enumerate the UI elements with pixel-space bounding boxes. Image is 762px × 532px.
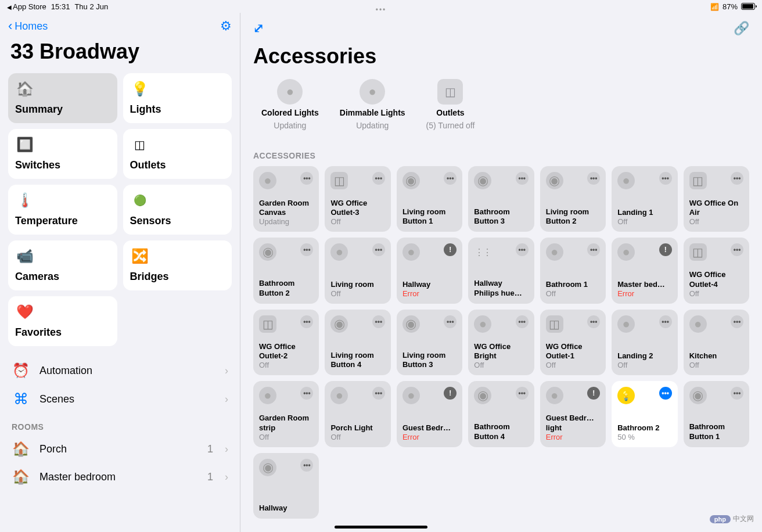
more-button[interactable]: ••• bbox=[372, 243, 385, 256]
accessory-tile[interactable]: ! Guest Bedr… light Error bbox=[540, 381, 606, 447]
bulb-icon bbox=[617, 172, 635, 189]
sidebar-tile-favorites[interactable]: Favorites bbox=[8, 296, 117, 346]
alert-icon[interactable]: ! bbox=[587, 387, 600, 400]
outlet-icon bbox=[330, 172, 348, 189]
back-homes-button[interactable]: ‹ Homes bbox=[8, 19, 48, 34]
more-button[interactable]: ••• bbox=[372, 172, 385, 185]
more-button[interactable]: ••• bbox=[731, 172, 743, 185]
more-button[interactable]: ••• bbox=[300, 459, 313, 472]
more-button[interactable]: ••• bbox=[300, 387, 313, 400]
accessory-tile[interactable]: ••• Hallway Philips hue… bbox=[468, 238, 534, 303]
accessory-tile[interactable]: ••• WG Office Outlet-3 Off bbox=[325, 166, 390, 232]
accessory-tile[interactable]: ••• Bathroom Button 1 bbox=[684, 381, 749, 447]
accessories-section-title: ACCESSORIES bbox=[253, 151, 749, 160]
accessory-tile[interactable]: ••• Bathroom Button 3 bbox=[468, 166, 534, 232]
home-indicator[interactable] bbox=[335, 526, 427, 529]
accessory-tile[interactable]: ••• Garden Room strip Off bbox=[253, 381, 319, 447]
alert-icon[interactable]: ! bbox=[444, 243, 457, 256]
sidebar-item-scenes[interactable]: Scenes › bbox=[8, 384, 232, 414]
status-dimmable-lights[interactable]: Dimmable Lights Updating bbox=[340, 79, 405, 130]
settings-gear-button[interactable] bbox=[220, 19, 232, 34]
status-sub: Updating bbox=[274, 121, 306, 130]
alert-icon[interactable]: ! bbox=[659, 243, 672, 256]
more-button[interactable]: ••• bbox=[731, 387, 743, 400]
accessory-state: Off bbox=[546, 361, 600, 369]
tile-label: Summary bbox=[15, 103, 110, 116]
accessory-tile[interactable]: ••• Kitchen Off bbox=[684, 310, 749, 375]
more-button[interactable]: ••• bbox=[444, 315, 457, 328]
accessory-tile[interactable]: ••• Bathroom Button 2 bbox=[253, 238, 319, 303]
sidebar-tile-lights[interactable]: Lights bbox=[123, 73, 232, 123]
sidebar-tile-bridges[interactable]: Bridges bbox=[123, 240, 232, 290]
accessory-tile[interactable]: ••• Hallway bbox=[253, 453, 319, 519]
alert-icon[interactable]: ! bbox=[444, 387, 457, 400]
accessory-tile[interactable]: ••• Bathroom Button 4 bbox=[468, 381, 534, 447]
sidebar-tile-sensors[interactable]: Sensors bbox=[123, 185, 232, 235]
accessory-name: WG Office Outlet-1 bbox=[546, 342, 600, 361]
sidebar: ‹ Homes 33 Broadway Summary Lights Switc… bbox=[0, 13, 240, 532]
room-porch[interactable]: Porch 1 › bbox=[8, 435, 232, 463]
more-button[interactable]: ••• bbox=[587, 172, 600, 185]
accessory-tile[interactable]: ••• Living room Button 1 bbox=[397, 166, 462, 232]
accessory-tile[interactable]: ••• Living room Button 3 bbox=[397, 310, 462, 375]
accessory-tile[interactable]: ••• Bathroom 2 50 % bbox=[612, 381, 677, 447]
camera-icon bbox=[15, 246, 35, 266]
page-title: Accessories bbox=[253, 44, 749, 79]
link-button[interactable] bbox=[734, 21, 749, 36]
accessory-tile[interactable]: ! Guest Bedr… Error bbox=[397, 381, 462, 447]
accessory-tile[interactable]: ••• WG Office Bright Off bbox=[468, 310, 534, 375]
accessory-tile[interactable]: ••• WG Office Outlet-1 Off bbox=[540, 310, 606, 375]
switch-icon bbox=[15, 135, 35, 154]
status-outlets[interactable]: Outlets (5) Turned off bbox=[426, 79, 475, 130]
more-button[interactable]: ••• bbox=[516, 243, 529, 256]
accessory-tile[interactable]: ••• WG Office Outlet-4 Off bbox=[684, 238, 749, 303]
sidebar-tile-summary[interactable]: Summary bbox=[8, 73, 117, 123]
back-to-app[interactable]: App Store bbox=[7, 2, 46, 11]
accessory-tile[interactable]: ••• Living room Button 4 bbox=[325, 310, 390, 375]
room-master-bedroom[interactable]: Master bedroom 1 › bbox=[8, 463, 232, 491]
more-button[interactable]: ••• bbox=[516, 315, 529, 328]
button-icon bbox=[474, 172, 491, 189]
accessory-tile[interactable]: ••• Living room Off bbox=[325, 238, 390, 303]
house-icon bbox=[15, 79, 35, 99]
sensor-icon bbox=[130, 190, 150, 210]
more-button[interactable]: ••• bbox=[731, 243, 743, 256]
accessory-tile[interactable]: ••• Landing 2 Off bbox=[612, 310, 677, 375]
sidebar-tile-switches[interactable]: Switches bbox=[8, 129, 117, 179]
accessory-tile[interactable]: ••• Garden Room Canvas Updating bbox=[253, 166, 319, 232]
accessory-name: Master bed… bbox=[617, 280, 671, 289]
accessory-tile[interactable]: ••• WG Office Outlet-2 Off bbox=[253, 310, 319, 375]
more-button[interactable]: ••• bbox=[300, 172, 313, 185]
more-button[interactable]: ••• bbox=[516, 387, 529, 400]
more-button[interactable]: ••• bbox=[659, 172, 672, 185]
more-button[interactable]: ••• bbox=[659, 387, 672, 400]
accessory-tile[interactable]: ••• Landing 1 Off bbox=[612, 166, 677, 232]
sidebar-tile-cameras[interactable]: Cameras bbox=[8, 240, 117, 290]
home-name: 33 Broadway bbox=[8, 39, 232, 73]
status-colored-lights[interactable]: Colored Lights Updating bbox=[261, 79, 319, 130]
more-button[interactable]: ••• bbox=[300, 243, 313, 256]
accessory-tile[interactable]: ! Hallway Error bbox=[397, 238, 462, 303]
accessory-tile[interactable]: ••• Porch Light Off bbox=[325, 381, 390, 447]
expand-button[interactable] bbox=[253, 21, 264, 36]
accessory-tile[interactable]: ••• WG Office On Air Off bbox=[684, 166, 749, 232]
more-button[interactable]: ••• bbox=[587, 243, 600, 256]
more-button[interactable]: ••• bbox=[587, 315, 600, 328]
more-button[interactable]: ••• bbox=[300, 315, 313, 328]
more-button[interactable]: ••• bbox=[731, 315, 743, 328]
accessory-name: Garden Room strip bbox=[259, 414, 313, 433]
more-button[interactable]: ••• bbox=[659, 315, 672, 328]
accessory-name: WG Office Outlet-3 bbox=[330, 199, 384, 218]
more-button[interactable]: ••• bbox=[444, 172, 457, 185]
sidebar-tile-temperature[interactable]: Temperature bbox=[8, 185, 117, 235]
accessory-tile[interactable]: ••• Bathroom 1 Off bbox=[540, 238, 606, 303]
more-button[interactable]: ••• bbox=[516, 172, 529, 185]
chevron-left-icon: ‹ bbox=[8, 19, 12, 34]
more-button[interactable]: ••• bbox=[372, 387, 385, 400]
sidebar-tile-outlets[interactable]: Outlets bbox=[123, 129, 232, 179]
sidebar-item-automation[interactable]: Automation › bbox=[8, 357, 232, 384]
more-button[interactable]: ••• bbox=[372, 315, 385, 328]
accessory-tile[interactable]: ••• Living room Button 2 bbox=[540, 166, 606, 232]
accessory-tile[interactable]: ! Master bed… Error bbox=[612, 238, 677, 303]
chevron-right-icon: › bbox=[225, 471, 228, 483]
